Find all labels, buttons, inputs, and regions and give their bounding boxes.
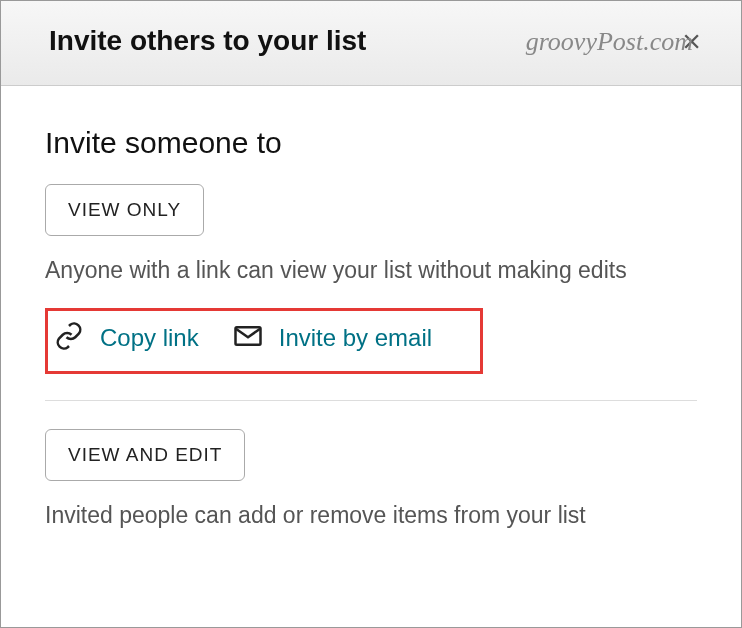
copy-link-label: Copy link <box>100 324 199 352</box>
view-edit-description: Invited people can add or remove items f… <box>45 499 697 531</box>
view-only-button[interactable]: VIEW ONLY <box>45 184 204 236</box>
dialog-title: Invite others to your list <box>49 25 366 57</box>
invite-email-label: Invite by email <box>279 324 432 352</box>
link-icon <box>54 321 84 355</box>
section-divider <box>45 400 697 401</box>
view-only-description: Anyone with a link can view your list wi… <box>45 254 697 286</box>
close-icon[interactable]: × <box>682 25 701 57</box>
copy-link-action[interactable]: Copy link <box>54 321 199 355</box>
dialog-header: Invite others to your list × <box>1 1 741 86</box>
view-and-edit-button[interactable]: VIEW AND EDIT <box>45 429 245 481</box>
share-links-row: Copy link Invite by email <box>45 308 483 374</box>
email-icon <box>233 321 263 355</box>
invite-email-action[interactable]: Invite by email <box>233 321 432 355</box>
invite-subtitle: Invite someone to <box>45 126 697 160</box>
dialog-content: Invite someone to VIEW ONLY Anyone with … <box>1 86 741 573</box>
